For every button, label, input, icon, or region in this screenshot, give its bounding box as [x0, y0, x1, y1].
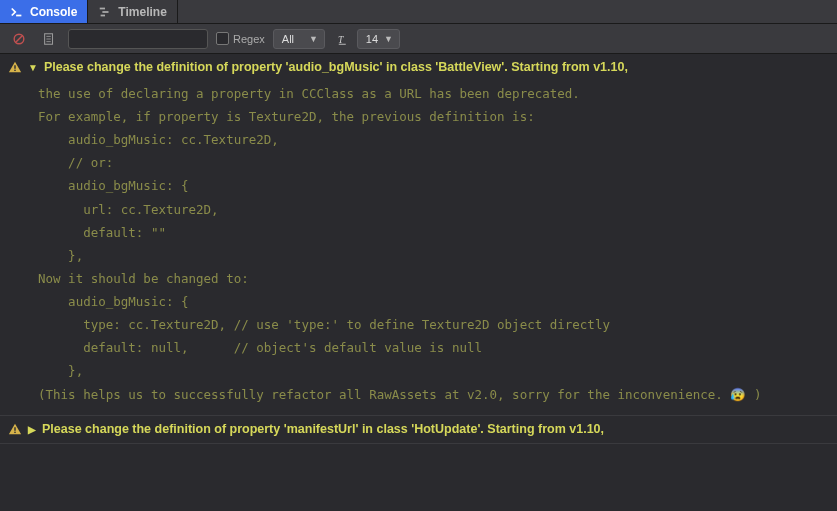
tab-timeline-label: Timeline: [118, 5, 166, 19]
level-select-value: All: [282, 33, 294, 45]
tab-timeline[interactable]: Timeline: [88, 0, 177, 23]
open-log-button[interactable]: [38, 28, 60, 50]
log-entry: ▶ Please change the definition of proper…: [0, 416, 837, 444]
font-size-select[interactable]: 14 ▼: [357, 29, 400, 49]
regex-checkbox[interactable]: Regex: [216, 32, 265, 45]
svg-line-5: [16, 35, 23, 42]
font-size-value: 14: [366, 33, 378, 45]
font-size-icon: T: [337, 32, 351, 46]
svg-rect-13: [14, 70, 15, 71]
font-size-control: T 14 ▼: [333, 29, 400, 49]
log-message-body: the use of declaring a property in CCCla…: [38, 78, 829, 412]
svg-rect-2: [103, 11, 109, 13]
svg-rect-15: [14, 431, 15, 432]
console-toolbar: Regex All ▼ T 14 ▼: [0, 24, 837, 54]
regex-label: Regex: [233, 33, 265, 45]
log-entry-header[interactable]: ▼ Please change the definition of proper…: [8, 57, 829, 78]
svg-rect-3: [101, 14, 105, 16]
log-entry-header[interactable]: ▶ Please change the definition of proper…: [8, 419, 829, 440]
tab-console-label: Console: [30, 5, 77, 19]
svg-rect-14: [14, 427, 15, 431]
svg-rect-1: [100, 7, 105, 9]
chevron-down-icon: ▼: [384, 34, 393, 44]
disclosure-triangle-icon: ▼: [28, 62, 38, 73]
chevron-down-icon: ▼: [309, 34, 318, 44]
clear-button[interactable]: [8, 28, 30, 50]
disclosure-triangle-icon: ▶: [28, 424, 36, 435]
tab-console[interactable]: Console: [0, 0, 88, 23]
svg-text:T: T: [338, 33, 344, 44]
console-icon: [10, 5, 24, 19]
tab-bar: Console Timeline: [0, 0, 837, 24]
level-select[interactable]: All ▼: [273, 29, 325, 49]
warning-icon: [8, 422, 22, 436]
warning-icon: [8, 60, 22, 74]
svg-rect-12: [14, 65, 15, 69]
log-message-head: Please change the definition of property…: [42, 421, 829, 438]
log-message-head: Please change the definition of property…: [44, 59, 829, 76]
log-output[interactable]: ▼ Please change the definition of proper…: [0, 54, 837, 511]
timeline-icon: [98, 5, 112, 19]
log-entry: ▼ Please change the definition of proper…: [0, 54, 837, 416]
checkbox-box: [216, 32, 229, 45]
filter-input[interactable]: [68, 29, 208, 49]
